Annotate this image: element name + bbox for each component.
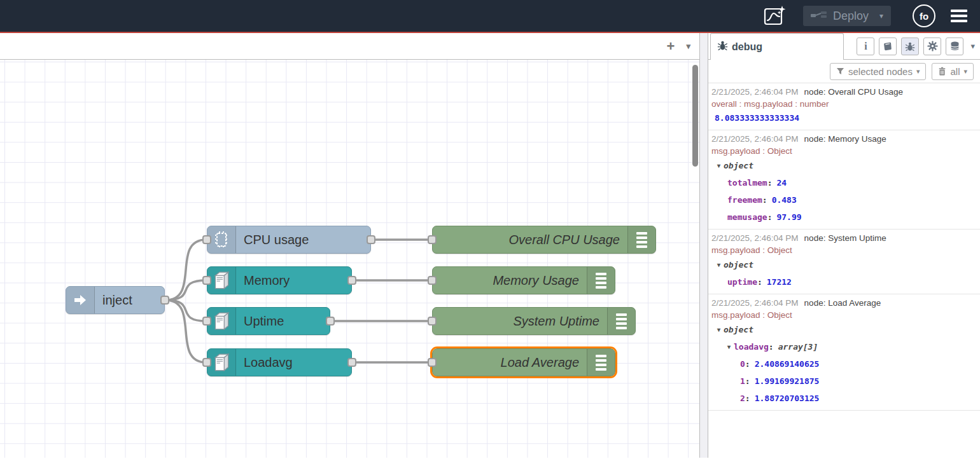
debug-tab-button[interactable]	[901, 38, 919, 55]
config-nodes-tab-button[interactable]	[923, 38, 941, 55]
wires	[0, 60, 699, 458]
debug-list-icon	[607, 308, 635, 334]
node-debug-memory-usage[interactable]: Memory Usage	[432, 266, 615, 294]
clear-messages-button[interactable]: all ▾	[932, 63, 974, 80]
debug-message: 2/21/2025, 2:46:04 PM node: Memory Usage…	[708, 130, 980, 230]
output-port[interactable]	[347, 358, 356, 367]
message-property: msg.payload : Object	[711, 309, 977, 321]
flow-assistant-icon[interactable]	[764, 5, 787, 27]
node-label: Overall CPU Usage	[433, 233, 627, 247]
tab-debug-label: debug	[732, 41, 762, 53]
input-port[interactable]	[428, 235, 437, 244]
array-entry: 2: 1.88720703125	[711, 390, 977, 407]
input-port[interactable]	[202, 358, 211, 367]
message-property: msg.payload : Object	[711, 145, 977, 157]
server-icon	[207, 308, 236, 334]
filter-label: selected nodes	[848, 66, 913, 77]
user-initials: fo	[920, 11, 928, 22]
message-timestamp: 2/21/2025, 2:46:04 PM	[711, 297, 799, 309]
collapse-caret-icon[interactable]: ▾	[727, 338, 731, 355]
input-port[interactable]	[202, 317, 211, 325]
context-data-tab-button[interactable]	[946, 38, 963, 55]
flow-canvas[interactable]: inject CPU usage	[0, 60, 699, 458]
node-inject[interactable]: inject	[66, 286, 165, 314]
user-avatar[interactable]: fo	[913, 4, 935, 27]
array-entry-header: ▾ loadavg: array[3]	[711, 338, 977, 355]
help-tab-button[interactable]	[879, 38, 897, 55]
collapse-caret-icon[interactable]: ▾	[717, 256, 720, 273]
node-loadavg[interactable]: Loadavg	[207, 348, 352, 376]
object-entry: freemem: 0.483	[711, 191, 977, 209]
message-source-node: node: Overall CPU Usage	[804, 86, 903, 98]
microchip-icon	[207, 226, 236, 253]
node-debug-overall-cpu-usage[interactable]: Overall CPU Usage	[432, 226, 656, 254]
debug-message: 2/21/2025, 2:46:04 PM node: Load Average…	[708, 294, 980, 411]
message-source-node: node: Memory Usage	[804, 133, 886, 145]
node-label: Loadavg	[236, 355, 351, 370]
tab-debug[interactable]: debug	[710, 33, 844, 60]
deploy-button[interactable]: Deploy ▾	[803, 6, 891, 26]
node-label: Memory Usage	[433, 273, 587, 288]
object-root: object	[724, 256, 753, 273]
object-root: object	[724, 157, 753, 174]
debug-list-icon	[587, 349, 615, 376]
add-flow-button[interactable]: +	[667, 39, 675, 53]
message-timestamp: 2/21/2025, 2:46:04 PM	[711, 133, 799, 145]
sidebar-header: debug i	[708, 33, 980, 60]
message-source-node: node: Load Average	[804, 297, 881, 309]
message-property: overall : msg.payload : number	[711, 98, 977, 110]
array-entry: 0: 2.40869140625	[711, 355, 977, 373]
object-entry: totalmem: 24	[711, 174, 977, 191]
deploy-caret-icon[interactable]: ▾	[874, 11, 883, 20]
collapse-caret-icon[interactable]: ▾	[717, 321, 720, 338]
debug-filter-row: selected nodes ▾ all ▾	[708, 60, 980, 83]
object-entry: uptime: 17212	[711, 273, 977, 291]
output-port[interactable]	[347, 276, 356, 285]
node-label: inject	[95, 293, 164, 308]
node-debug-system-uptime[interactable]: System Uptime	[432, 307, 636, 335]
main-menu-icon[interactable]	[951, 10, 967, 22]
filter-selected-nodes-button[interactable]: selected nodes ▾	[830, 63, 926, 80]
server-icon	[207, 267, 236, 294]
output-port[interactable]	[160, 296, 169, 305]
workspace-column: + ▾ inject	[0, 33, 700, 458]
output-port[interactable]	[326, 317, 335, 325]
input-port[interactable]	[428, 317, 437, 325]
deploy-label: Deploy	[833, 10, 869, 23]
node-uptime[interactable]: Uptime	[207, 307, 330, 335]
input-port[interactable]	[428, 276, 437, 285]
filter-caret-icon: ▾	[916, 67, 920, 76]
node-cpu-usage[interactable]: CPU usage	[207, 226, 371, 254]
message-timestamp: 2/21/2025, 2:46:04 PM	[711, 232, 799, 244]
bug-icon	[717, 40, 728, 53]
filter-funnel-icon	[836, 67, 844, 75]
node-label: Memory	[236, 273, 351, 288]
info-tab-button[interactable]: i	[857, 38, 874, 55]
output-port[interactable]	[367, 235, 375, 244]
array-entry: 1: 1.99169921875	[711, 373, 977, 390]
message-property: msg.payload : Object	[711, 244, 977, 256]
debug-message-list[interactable]: 2/21/2025, 2:46:04 PM node: Overall CPU …	[708, 83, 980, 458]
node-memory[interactable]: Memory	[207, 266, 352, 294]
sidebar-tab-buttons: i	[844, 33, 980, 59]
debug-list-icon	[627, 226, 655, 253]
input-port[interactable]	[202, 235, 211, 244]
clear-caret-icon: ▾	[963, 67, 967, 76]
trash-icon	[938, 67, 946, 76]
node-debug-load-average[interactable]: Load Average	[432, 348, 615, 376]
message-source-node: node: System Uptime	[804, 232, 886, 244]
node-label: System Uptime	[433, 314, 607, 329]
object-root: object	[724, 321, 753, 338]
sidebar-resize-handle[interactable]	[700, 33, 708, 458]
message-timestamp: 2/21/2025, 2:46:04 PM	[711, 86, 799, 98]
input-port[interactable]	[428, 358, 437, 367]
collapse-caret-icon[interactable]: ▾	[717, 157, 720, 174]
deploy-nodes-icon	[811, 11, 827, 22]
input-port[interactable]	[202, 276, 211, 285]
inject-arrow-icon	[66, 287, 95, 313]
flow-list-caret-icon[interactable]: ▾	[686, 42, 690, 50]
message-value: 8.083333333333334	[711, 110, 977, 127]
node-label: Load Average	[433, 355, 587, 370]
sidebar-more-caret-icon[interactable]: ▾	[970, 41, 975, 51]
canvas-vertical-scrollbar[interactable]	[692, 65, 698, 167]
